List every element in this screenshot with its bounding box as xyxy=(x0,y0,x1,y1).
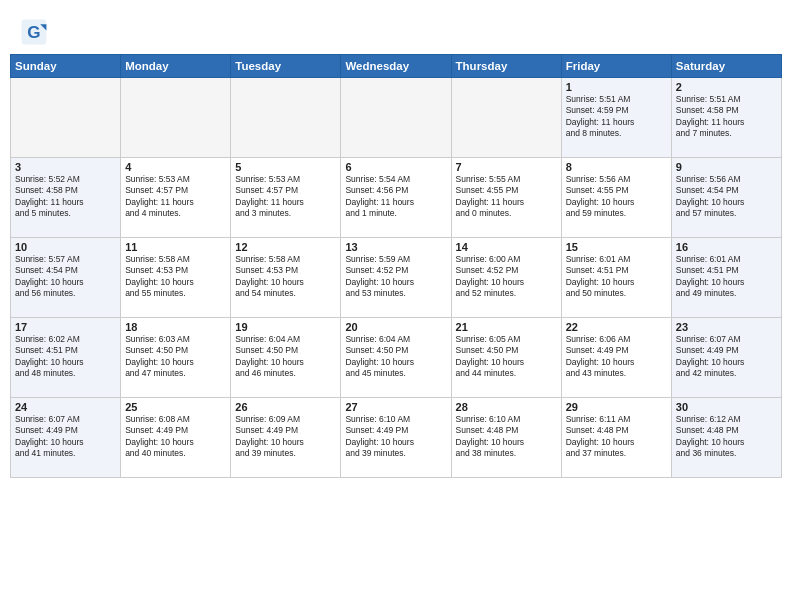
day-number: 9 xyxy=(676,161,777,173)
day-info: Sunrise: 6:12 AM Sunset: 4:48 PM Dayligh… xyxy=(676,414,777,460)
day-info: Sunrise: 6:01 AM Sunset: 4:51 PM Dayligh… xyxy=(676,254,777,300)
day-number: 17 xyxy=(15,321,116,333)
day-number: 7 xyxy=(456,161,557,173)
weekday-header-tuesday: Tuesday xyxy=(231,55,341,78)
day-number: 11 xyxy=(125,241,226,253)
day-number: 30 xyxy=(676,401,777,413)
calendar-wrapper: SundayMondayTuesdayWednesdayThursdayFrid… xyxy=(0,54,792,484)
calendar-cell: 8Sunrise: 5:56 AM Sunset: 4:55 PM Daylig… xyxy=(561,158,671,238)
day-number: 18 xyxy=(125,321,226,333)
day-number: 15 xyxy=(566,241,667,253)
calendar-cell: 4Sunrise: 5:53 AM Sunset: 4:57 PM Daylig… xyxy=(121,158,231,238)
day-info: Sunrise: 5:53 AM Sunset: 4:57 PM Dayligh… xyxy=(235,174,336,220)
day-info: Sunrise: 6:08 AM Sunset: 4:49 PM Dayligh… xyxy=(125,414,226,460)
calendar-cell: 12Sunrise: 5:58 AM Sunset: 4:53 PM Dayli… xyxy=(231,238,341,318)
calendar-cell: 10Sunrise: 5:57 AM Sunset: 4:54 PM Dayli… xyxy=(11,238,121,318)
day-info: Sunrise: 5:54 AM Sunset: 4:56 PM Dayligh… xyxy=(345,174,446,220)
calendar-cell: 9Sunrise: 5:56 AM Sunset: 4:54 PM Daylig… xyxy=(671,158,781,238)
calendar-cell: 15Sunrise: 6:01 AM Sunset: 4:51 PM Dayli… xyxy=(561,238,671,318)
day-number: 16 xyxy=(676,241,777,253)
day-info: Sunrise: 6:02 AM Sunset: 4:51 PM Dayligh… xyxy=(15,334,116,380)
day-info: Sunrise: 6:11 AM Sunset: 4:48 PM Dayligh… xyxy=(566,414,667,460)
calendar-cell: 25Sunrise: 6:08 AM Sunset: 4:49 PM Dayli… xyxy=(121,398,231,478)
day-info: Sunrise: 6:10 AM Sunset: 4:49 PM Dayligh… xyxy=(345,414,446,460)
day-info: Sunrise: 5:56 AM Sunset: 4:55 PM Dayligh… xyxy=(566,174,667,220)
day-number: 22 xyxy=(566,321,667,333)
day-info: Sunrise: 6:10 AM Sunset: 4:48 PM Dayligh… xyxy=(456,414,557,460)
calendar-cell: 7Sunrise: 5:55 AM Sunset: 4:55 PM Daylig… xyxy=(451,158,561,238)
day-number: 3 xyxy=(15,161,116,173)
calendar-cell: 2Sunrise: 5:51 AM Sunset: 4:58 PM Daylig… xyxy=(671,78,781,158)
day-number: 6 xyxy=(345,161,446,173)
calendar-cell: 1Sunrise: 5:51 AM Sunset: 4:59 PM Daylig… xyxy=(561,78,671,158)
calendar-cell: 14Sunrise: 6:00 AM Sunset: 4:52 PM Dayli… xyxy=(451,238,561,318)
day-number: 20 xyxy=(345,321,446,333)
calendar-cell xyxy=(121,78,231,158)
day-info: Sunrise: 5:51 AM Sunset: 4:59 PM Dayligh… xyxy=(566,94,667,140)
day-info: Sunrise: 5:59 AM Sunset: 4:52 PM Dayligh… xyxy=(345,254,446,300)
day-number: 10 xyxy=(15,241,116,253)
weekday-header-monday: Monday xyxy=(121,55,231,78)
day-number: 25 xyxy=(125,401,226,413)
calendar-cell: 27Sunrise: 6:10 AM Sunset: 4:49 PM Dayli… xyxy=(341,398,451,478)
day-number: 5 xyxy=(235,161,336,173)
day-number: 23 xyxy=(676,321,777,333)
calendar-cell: 17Sunrise: 6:02 AM Sunset: 4:51 PM Dayli… xyxy=(11,318,121,398)
day-info: Sunrise: 6:07 AM Sunset: 4:49 PM Dayligh… xyxy=(15,414,116,460)
day-number: 8 xyxy=(566,161,667,173)
calendar-cell: 22Sunrise: 6:06 AM Sunset: 4:49 PM Dayli… xyxy=(561,318,671,398)
day-info: Sunrise: 6:09 AM Sunset: 4:49 PM Dayligh… xyxy=(235,414,336,460)
calendar-cell: 24Sunrise: 6:07 AM Sunset: 4:49 PM Dayli… xyxy=(11,398,121,478)
calendar-cell xyxy=(341,78,451,158)
calendar-cell: 26Sunrise: 6:09 AM Sunset: 4:49 PM Dayli… xyxy=(231,398,341,478)
calendar-table: SundayMondayTuesdayWednesdayThursdayFrid… xyxy=(10,54,782,478)
calendar-cell: 30Sunrise: 6:12 AM Sunset: 4:48 PM Dayli… xyxy=(671,398,781,478)
calendar-cell xyxy=(451,78,561,158)
day-info: Sunrise: 6:07 AM Sunset: 4:49 PM Dayligh… xyxy=(676,334,777,380)
day-number: 26 xyxy=(235,401,336,413)
day-info: Sunrise: 5:57 AM Sunset: 4:54 PM Dayligh… xyxy=(15,254,116,300)
calendar-cell: 21Sunrise: 6:05 AM Sunset: 4:50 PM Dayli… xyxy=(451,318,561,398)
calendar-cell xyxy=(11,78,121,158)
day-info: Sunrise: 6:04 AM Sunset: 4:50 PM Dayligh… xyxy=(235,334,336,380)
day-info: Sunrise: 5:55 AM Sunset: 4:55 PM Dayligh… xyxy=(456,174,557,220)
calendar-cell: 20Sunrise: 6:04 AM Sunset: 4:50 PM Dayli… xyxy=(341,318,451,398)
day-number: 27 xyxy=(345,401,446,413)
day-number: 21 xyxy=(456,321,557,333)
calendar-cell: 5Sunrise: 5:53 AM Sunset: 4:57 PM Daylig… xyxy=(231,158,341,238)
day-info: Sunrise: 5:52 AM Sunset: 4:58 PM Dayligh… xyxy=(15,174,116,220)
calendar-cell: 16Sunrise: 6:01 AM Sunset: 4:51 PM Dayli… xyxy=(671,238,781,318)
day-number: 13 xyxy=(345,241,446,253)
day-number: 1 xyxy=(566,81,667,93)
day-info: Sunrise: 5:58 AM Sunset: 4:53 PM Dayligh… xyxy=(125,254,226,300)
day-number: 4 xyxy=(125,161,226,173)
calendar-cell xyxy=(231,78,341,158)
day-number: 12 xyxy=(235,241,336,253)
day-number: 2 xyxy=(676,81,777,93)
calendar-cell: 29Sunrise: 6:11 AM Sunset: 4:48 PM Dayli… xyxy=(561,398,671,478)
logo-icon: G xyxy=(20,18,48,46)
day-number: 28 xyxy=(456,401,557,413)
calendar-cell: 23Sunrise: 6:07 AM Sunset: 4:49 PM Dayli… xyxy=(671,318,781,398)
day-info: Sunrise: 6:01 AM Sunset: 4:51 PM Dayligh… xyxy=(566,254,667,300)
calendar-cell: 19Sunrise: 6:04 AM Sunset: 4:50 PM Dayli… xyxy=(231,318,341,398)
weekday-header-wednesday: Wednesday xyxy=(341,55,451,78)
svg-text:G: G xyxy=(27,23,40,42)
calendar-cell: 28Sunrise: 6:10 AM Sunset: 4:48 PM Dayli… xyxy=(451,398,561,478)
day-info: Sunrise: 6:03 AM Sunset: 4:50 PM Dayligh… xyxy=(125,334,226,380)
logo: G xyxy=(20,18,52,46)
day-info: Sunrise: 6:00 AM Sunset: 4:52 PM Dayligh… xyxy=(456,254,557,300)
day-number: 19 xyxy=(235,321,336,333)
day-info: Sunrise: 6:06 AM Sunset: 4:49 PM Dayligh… xyxy=(566,334,667,380)
day-info: Sunrise: 5:56 AM Sunset: 4:54 PM Dayligh… xyxy=(676,174,777,220)
calendar-cell: 11Sunrise: 5:58 AM Sunset: 4:53 PM Dayli… xyxy=(121,238,231,318)
page-header: G xyxy=(0,0,792,54)
day-info: Sunrise: 6:04 AM Sunset: 4:50 PM Dayligh… xyxy=(345,334,446,380)
day-number: 29 xyxy=(566,401,667,413)
calendar-cell: 18Sunrise: 6:03 AM Sunset: 4:50 PM Dayli… xyxy=(121,318,231,398)
calendar-cell: 13Sunrise: 5:59 AM Sunset: 4:52 PM Dayli… xyxy=(341,238,451,318)
calendar-cell: 6Sunrise: 5:54 AM Sunset: 4:56 PM Daylig… xyxy=(341,158,451,238)
day-info: Sunrise: 5:51 AM Sunset: 4:58 PM Dayligh… xyxy=(676,94,777,140)
weekday-header-thursday: Thursday xyxy=(451,55,561,78)
day-number: 24 xyxy=(15,401,116,413)
